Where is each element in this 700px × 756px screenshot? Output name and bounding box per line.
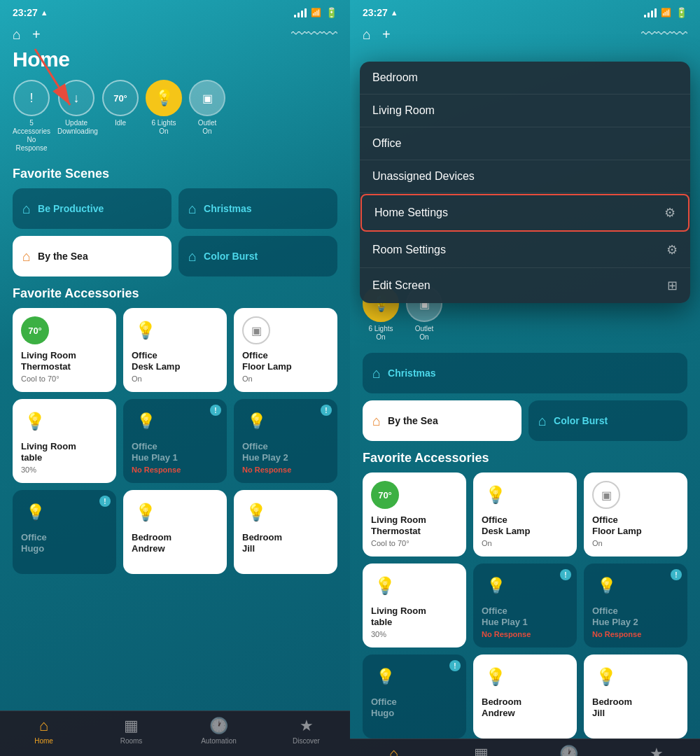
tab-rooms-label: Rooms bbox=[120, 737, 143, 745]
time-display: 23:27 bbox=[13, 7, 38, 18]
right-tab-discover[interactable]: ★ Discover bbox=[612, 745, 700, 756]
right-hue-play-1-icon: 💡 bbox=[482, 572, 510, 600]
tab-home[interactable]: ⌂ Home bbox=[0, 717, 88, 745]
right-floor-lamp-card[interactable]: ▣ OfficeFloor Lamp On bbox=[584, 472, 687, 556]
menu-item-room-settings[interactable]: Room Settings ⚙ bbox=[360, 232, 690, 268]
right-desk-lamp-card[interactable]: 💡 OfficeDesk Lamp On bbox=[473, 472, 577, 556]
hue-play-1-alert: ! bbox=[210, 405, 221, 416]
tab-automation-icon: 🕐 bbox=[209, 717, 228, 735]
right-lr-table-card[interactable]: 💡 Living Roomtable 30% bbox=[363, 564, 466, 648]
scene-be-productive[interactable]: ⌂ Be Productive bbox=[13, 188, 172, 229]
lights-chip[interactable]: 💡 6 LightsOn bbox=[146, 80, 182, 153]
office-desk-lamp-card[interactable]: 💡 OfficeDesk Lamp On bbox=[123, 308, 227, 392]
hue-play-1-card[interactable]: ! 💡 OfficeHue Play 1 No Response bbox=[123, 399, 227, 483]
right-office-hugo-card[interactable]: ! 💡 OfficeHugo bbox=[363, 654, 466, 738]
scene-by-the-sea[interactable]: ⌂ By the Sea bbox=[13, 236, 172, 276]
office-floor-lamp-card[interactable]: ▣ OfficeFloor Lamp On bbox=[234, 308, 337, 392]
tab-discover[interactable]: ★ Discover bbox=[262, 717, 350, 745]
tab-rooms[interactable]: ▦ Rooms bbox=[88, 717, 175, 745]
dropdown-menu[interactable]: Bedroom Living Room Office Unassigned De… bbox=[360, 62, 690, 303]
menu-item-bedroom[interactable]: Bedroom bbox=[360, 62, 690, 94]
right-home-nav-icon[interactable]: ⌂ bbox=[363, 27, 371, 43]
right-lr-table-status: 30% bbox=[371, 630, 458, 638]
thermostat-icon: 70° bbox=[21, 316, 49, 344]
add-button[interactable]: + bbox=[32, 27, 41, 43]
right-bedroom-andrew-card[interactable]: 💡 BedroomAndrew bbox=[473, 654, 577, 738]
right-office-hugo-icon: 💡 bbox=[371, 663, 399, 691]
right-office-hugo-alert: ! bbox=[449, 660, 461, 671]
office-hugo-card[interactable]: ! 💡 OfficeHugo bbox=[13, 490, 116, 574]
lights-label: 6 LightsOn bbox=[151, 119, 176, 136]
menu-item-home-settings[interactable]: Home Settings ⚙ bbox=[360, 194, 690, 232]
right-tab-home[interactable]: ⌂ Home bbox=[350, 745, 438, 756]
lr-table-name: Living Roomtable bbox=[21, 441, 108, 463]
bedroom-andrew-card[interactable]: 💡 BedroomAndrew bbox=[123, 490, 227, 574]
waveform-icon[interactable]: 〰〰〰 bbox=[291, 25, 337, 43]
home-nav-icon[interactable]: ⌂ bbox=[13, 27, 21, 43]
hue-play-1-name: OfficeHue Play 1 bbox=[132, 441, 218, 463]
bedroom-jill-card[interactable]: 💡 BedroomJill bbox=[234, 490, 337, 574]
menu-item-edit-screen[interactable]: Edit Screen ⊞ bbox=[360, 268, 690, 303]
right-scene-color-burst[interactable]: ⌂ Color Burst bbox=[528, 400, 687, 441]
right-status-bar: 23:27 ▲ 📶 🔋 bbox=[350, 0, 700, 21]
right-scene-by-the-sea[interactable]: ⌂ By the Sea bbox=[363, 400, 522, 441]
floor-lamp-status: On bbox=[242, 374, 329, 383]
thermostat-name: Living RoomThermostat bbox=[21, 350, 108, 372]
right-hue-play-2-card[interactable]: ! 💡 OfficeHue Play 2 No Response bbox=[584, 564, 687, 648]
right-time-area: 23:27 ▲ bbox=[363, 7, 398, 18]
tab-automation-label: Automation bbox=[201, 737, 237, 745]
right-floor-lamp-status: On bbox=[592, 539, 679, 547]
nav-bar: ⌂ + 〰〰〰 bbox=[0, 21, 350, 48]
right-lights-label: 6 LightsOn bbox=[368, 325, 393, 342]
bedroom-andrew-name: BedroomAndrew bbox=[132, 532, 218, 554]
office-label: Office bbox=[372, 137, 402, 150]
lr-thermostat-card[interactable]: 70° Living RoomThermostat Cool to 70° bbox=[13, 308, 116, 392]
edit-screen-label: Edit Screen bbox=[372, 279, 430, 292]
no-response-label: 5 AccessoriesNo Response bbox=[13, 119, 50, 153]
right-hue-play-1-card[interactable]: ! 💡 OfficeHue Play 1 No Response bbox=[473, 564, 577, 648]
right-hue-play-2-status: No Response bbox=[592, 630, 679, 638]
office-hugo-icon: 💡 bbox=[21, 498, 49, 526]
idle-chip[interactable]: 70° Idle bbox=[102, 80, 139, 153]
scene-color-burst[interactable]: ⌂ Color Burst bbox=[178, 236, 337, 276]
no-response-chip[interactable]: ! 5 AccessoriesNo Response bbox=[13, 80, 50, 153]
page-title: Home bbox=[0, 48, 350, 80]
hue-play-2-card[interactable]: ! 💡 OfficeHue Play 2 No Response bbox=[234, 399, 337, 483]
update-chip[interactable]: ↓ UpdateDownloading bbox=[57, 80, 95, 153]
scene-be-productive-label: Be Productive bbox=[38, 203, 104, 214]
right-hue-play-1-status: No Response bbox=[482, 630, 568, 638]
tab-bar: ⌂ Home ▦ Rooms 🕐 Automation ★ Discover bbox=[0, 710, 350, 756]
favorite-scenes-title: Favorite Scenes bbox=[0, 164, 350, 188]
desk-lamp-status: On bbox=[132, 374, 218, 383]
tab-automation[interactable]: 🕐 Automation bbox=[175, 717, 262, 745]
right-scenes-row-1: ⌂ Christmas bbox=[350, 353, 700, 400]
outlet-circle: ▣ bbox=[189, 80, 225, 116]
right-waveform-icon[interactable]: 〰〰〰 bbox=[641, 25, 687, 43]
right-add-button[interactable]: + bbox=[382, 27, 391, 43]
menu-item-living-room[interactable]: Living Room bbox=[360, 94, 690, 127]
home-settings-gear-icon: ⚙ bbox=[664, 205, 676, 220]
right-outlet-label: OutletOn bbox=[415, 325, 434, 342]
right-lr-thermostat-card[interactable]: 70° Living RoomThermostat Cool to 70° bbox=[363, 472, 466, 556]
menu-item-unassigned[interactable]: Unassigned Devices bbox=[360, 160, 690, 193]
scene-by-the-sea-label: By the Sea bbox=[38, 251, 88, 262]
right-bedroom-jill-card[interactable]: 💡 BedroomJill bbox=[584, 654, 687, 738]
unassigned-label: Unassigned Devices bbox=[372, 170, 475, 183]
right-scene-christmas[interactable]: ⌂ Christmas bbox=[363, 353, 687, 393]
right-color-burst-icon: ⌂ bbox=[538, 413, 547, 429]
right-thermostat-icon: 70° bbox=[371, 481, 399, 509]
right-tab-automation[interactable]: 🕐 Automation bbox=[525, 745, 612, 756]
right-tab-rooms[interactable]: ▦ Rooms bbox=[438, 745, 525, 756]
tab-home-icon: ⌂ bbox=[39, 717, 48, 735]
right-scenes-row-2: ⌂ By the Sea ⌂ Color Burst bbox=[350, 400, 700, 448]
idle-label: Idle bbox=[115, 119, 126, 127]
lr-table-card[interactable]: 💡 Living Roomtable 30% bbox=[13, 399, 116, 483]
menu-item-office[interactable]: Office bbox=[360, 127, 690, 160]
outlet-chip[interactable]: ▣ OutletOn bbox=[189, 80, 225, 153]
idle-circle: 70° bbox=[102, 80, 139, 116]
scene-christmas[interactable]: ⌂ Christmas bbox=[178, 188, 337, 229]
right-hue-play-1-alert: ! bbox=[560, 569, 571, 580]
right-bedroom-andrew-name: BedroomAndrew bbox=[482, 696, 568, 718]
hue-play-2-name: OfficeHue Play 2 bbox=[242, 441, 329, 463]
right-hue-play-1-name: OfficeHue Play 1 bbox=[482, 606, 568, 627]
